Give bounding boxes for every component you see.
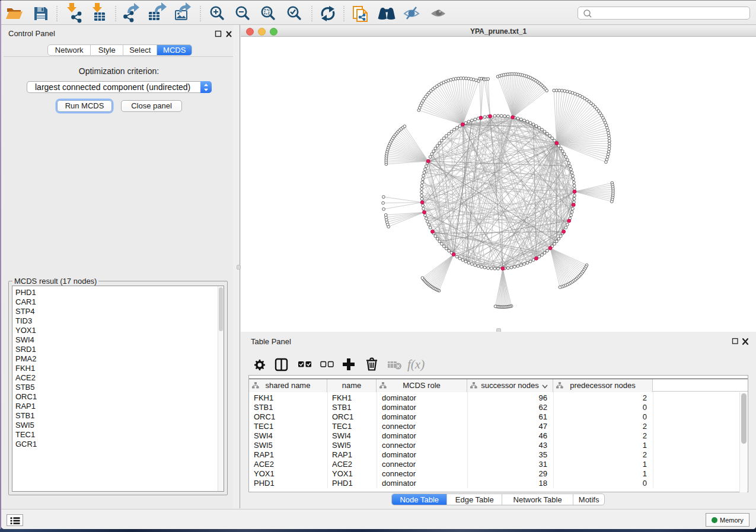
svg-text:f(x): f(x) (407, 357, 425, 371)
